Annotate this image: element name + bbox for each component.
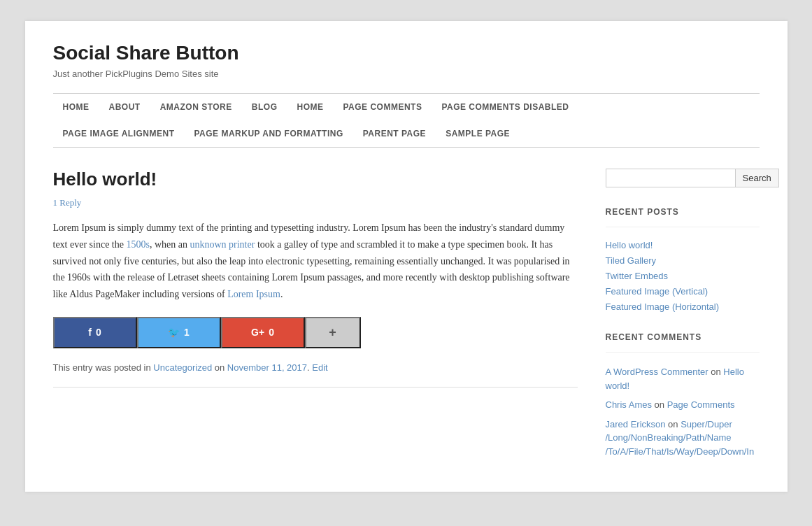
search-box: Search [606,169,760,187]
nav-item-parent-page[interactable]: PARENT PAGE [353,120,436,147]
post-reply-link[interactable]: 1 Reply [53,197,578,208]
post-title: Hello world! [53,169,578,190]
post-body: Lorem Ipsum is simply dummy text of the … [53,220,578,303]
comment-action-1: on [711,367,723,377]
facebook-icon: f [88,327,92,338]
share-facebook-button[interactable]: f 0 [53,317,137,348]
recent-post-1[interactable]: Hello world! [606,240,653,250]
list-item: Featured Image (Horizontal) [606,301,760,313]
share-twitter-button[interactable]: 🐦 1 [137,317,221,348]
nav-item-page-comments-disabled[interactable]: PAGE COMMENTS DISABLED [432,94,578,120]
link-unknown-printer[interactable]: unknown printer [190,239,255,250]
site-tagline: Just another PickPlugins Demo Sites site [53,69,760,79]
comment-action-2: on [655,399,667,410]
meta-prefix: This entry was posted in [53,362,151,373]
nav-item-home[interactable]: HOME [53,94,99,120]
recent-posts-divider [606,227,760,227]
recent-post-4[interactable]: Featured Image (Vertical) [606,286,708,297]
twitter-count: 1 [184,327,190,338]
search-input[interactable] [606,169,736,187]
site-header: Social Share Button Just another PickPlu… [53,42,760,79]
post-date[interactable]: November 11, 2017 [227,362,307,373]
post-meta: This entry was posted in Uncategorized o… [53,362,578,373]
share-buttons: f 0 🐦 1 G+ 0 + [53,317,578,348]
nav-item-page-image-alignment[interactable]: PAGE IMAGE ALIGNMENT [53,120,185,147]
comment-item-2: Chris Ames on Page Comments [606,398,760,412]
recent-post-3[interactable]: Twitter Embeds [606,271,669,281]
twitter-icon: 🐦 [168,327,180,338]
recent-posts-list: Hello world! Tiled Gallery Twitter Embed… [606,240,760,313]
nav-item-about[interactable]: ABOUT [99,94,150,120]
recent-comments-title: RECENT COMMENTS [606,332,760,342]
more-icon: + [329,325,336,340]
main-content: Hello world! 1 Reply Lorem Ipsum is simp… [53,169,578,464]
google-count: 0 [269,327,274,338]
post-divider [53,387,578,388]
comment-action-3: on [668,419,681,429]
list-item: Featured Image (Vertical) [606,286,760,297]
recent-comments-divider [606,352,760,353]
nav-item-sample-page[interactable]: SAMPLE PAGE [436,120,520,147]
recent-posts-title: RECENT POSTS [606,207,760,217]
nav-row-1: HOME ABOUT AMAZON STORE BLOG HOME PAGE C… [53,94,760,120]
recent-post-2[interactable]: Tiled Gallery [606,255,656,266]
nav-row-2: PAGE IMAGE ALIGNMENT PAGE MARKUP AND FOR… [53,120,760,147]
content-area: Hello world! 1 Reply Lorem Ipsum is simp… [53,169,760,464]
comment-item-3: Jared Erickson on Super/Duper /Long/NonB… [606,418,760,459]
sidebar: Search RECENT POSTS Hello world! Tiled G… [606,169,760,464]
facebook-count: 0 [96,327,101,338]
list-item: Tiled Gallery [606,255,760,266]
nav-item-blog[interactable]: BLOG [242,94,287,120]
link-lorem-ipsum[interactable]: Lorem Ipsum [227,289,280,299]
recent-posts-section: RECENT POSTS Hello world! Tiled Gallery … [606,207,760,313]
site-title: Social Share Button [53,42,760,64]
post-edit-link[interactable]: Edit [312,362,327,373]
recent-comments-section: RECENT COMMENTS A WordPress Commenter on… [606,332,760,458]
comment-author-3[interactable]: Jared Erickson [606,419,666,429]
comment-author-2[interactable]: Chris Ames [606,399,652,410]
comment-item-1: A WordPress Commenter on Hello world! [606,365,760,392]
nav-item-home2[interactable]: HOME [287,94,333,120]
share-google-button[interactable]: G+ 0 [221,317,305,348]
share-more-button[interactable]: + [305,317,361,348]
meta-date-prefix: on [215,362,227,373]
search-button[interactable]: Search [736,169,779,187]
comment-link-2[interactable]: Page Comments [667,399,735,410]
list-item: Hello world! [606,240,760,251]
list-item: Twitter Embeds [606,271,760,282]
link-1500s[interactable]: 1500s [126,239,149,250]
post-category[interactable]: Uncategorized [153,362,212,373]
nav-item-page-comments[interactable]: PAGE COMMENTS [333,94,432,120]
page-wrapper: Social Share Button Just another PickPlu… [25,21,788,492]
google-icon: G+ [251,327,264,338]
navigation: HOME ABOUT AMAZON STORE BLOG HOME PAGE C… [53,93,760,148]
nav-item-page-markup[interactable]: PAGE MARKUP AND FORMATTING [185,120,353,147]
recent-post-5[interactable]: Featured Image (Horizontal) [606,301,720,312]
nav-item-amazon-store[interactable]: AMAZON STORE [150,94,242,120]
comment-author-1[interactable]: A WordPress Commenter [606,367,708,377]
